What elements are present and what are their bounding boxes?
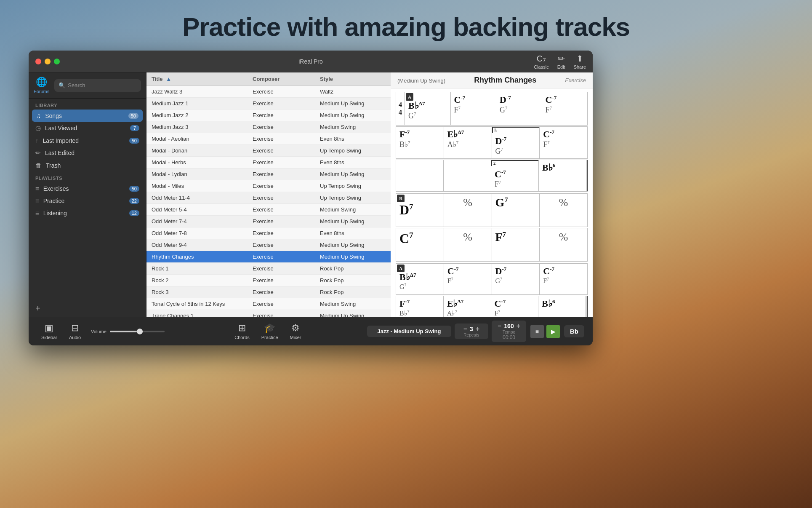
song-row[interactable]: Medium Jazz 3 Exercise Medium Swing — [146, 121, 391, 133]
tempo-control: − 160 + Tempo 00:00 — [492, 321, 526, 342]
close-button[interactable] — [35, 59, 41, 64]
title-column-header[interactable]: Title ▲ — [146, 74, 248, 84]
song-row[interactable]: Rhythm Changes Exercise Medium Up Swing — [146, 251, 391, 263]
repeats-plus[interactable]: + — [475, 325, 480, 333]
song-row[interactable]: Medium Jazz 2 Exercise Medium Up Swing — [146, 110, 391, 121]
chord-cell-a2-dm7g7: D-7 G7 — [492, 264, 540, 294]
audio-button[interactable]: ⊟ Audio — [63, 323, 87, 340]
chord-f7-b: F7 — [495, 231, 536, 244]
forums-button[interactable]: 🌐 Forums — [34, 77, 49, 94]
song-row[interactable]: Rock 3 Exercise Rock Pop — [146, 286, 391, 298]
audio-label: Audio — [69, 335, 81, 340]
edit-button[interactable]: ✏ Edit — [557, 53, 565, 70]
song-composer-cell: Exercise — [248, 110, 315, 120]
chord-a2-dm7: D-7 — [495, 266, 536, 277]
chord-cell-bmaj7: A B♭Δ7 G7 — [405, 92, 451, 125]
maximize-button[interactable] — [54, 59, 60, 64]
chord-cell-cm7f7-2: C-7 F7 — [542, 92, 588, 125]
last-viewed-badge: 7 — [130, 125, 139, 131]
chord-f7-2nd: F7 — [495, 179, 535, 189]
song-row[interactable]: Trane Changes 1 Exercise Medium Up Swing — [146, 310, 391, 317]
song-row[interactable]: Odd Meter 11-4 Exercise Up Tempo Swing — [146, 192, 391, 204]
playlists-label: PLAYLISTS — [29, 171, 146, 182]
sort-arrow: ▲ — [166, 76, 171, 82]
practice-badge: 22 — [129, 198, 139, 204]
sidebar-item-exercises[interactable]: ≡ Exercises 50 — [29, 182, 146, 195]
sidebar-item-last-edited[interactable]: ✏ Last Edited — [29, 147, 146, 159]
listening-label: Listening — [43, 210, 67, 217]
sidebar-item-trash-label: Trash — [46, 162, 61, 169]
chords-label: Chords — [234, 335, 249, 340]
volume-slider[interactable] — [110, 331, 165, 332]
song-row[interactable]: Modal - Dorian Exercise Up Tempo Swing — [146, 145, 391, 157]
tempo-minus[interactable]: − — [497, 322, 502, 330]
style-column-header[interactable]: Style — [315, 74, 391, 84]
chords-button[interactable]: ⊞ Chords — [229, 323, 255, 340]
song-row[interactable]: Rock 1 Exercise Rock Pop — [146, 263, 391, 275]
song-composer-cell: Exercise — [248, 122, 315, 132]
chord-ebmaj7: E♭Δ7 — [447, 129, 488, 140]
library-label: LIBRARY — [29, 99, 146, 110]
tempo-plus[interactable]: + — [516, 322, 521, 330]
font-label: Classic — [534, 64, 548, 70]
song-row[interactable]: Odd Meter 7-4 Exercise Medium Up Swing — [146, 216, 391, 227]
slash-2: % — [543, 196, 584, 209]
traffic-lights — [35, 59, 60, 64]
song-style-cell: Medium Up Swing — [315, 311, 391, 317]
song-row[interactable]: Odd Meter 9-4 Exercise Medium Up Swing — [146, 239, 391, 251]
song-row[interactable]: Modal - Miles Exercise Up Tempo Swing — [146, 180, 391, 192]
chord-bb7: B♭7 — [399, 140, 440, 149]
sheet-subtitle: (Medium Up Swing) — [397, 78, 445, 84]
song-style-cell: Medium Up Swing — [315, 240, 391, 250]
sidebar-item-last-edited-label: Last Edited — [45, 150, 75, 156]
chord-ab7: A♭7 — [447, 140, 488, 149]
share-button[interactable]: ⬆ Share — [574, 53, 586, 70]
song-title-cell: Modal - Dorian — [146, 146, 248, 155]
composer-column-header[interactable]: Composer — [248, 74, 315, 84]
mixer-button[interactable]: ⚙ Mixer — [284, 323, 307, 340]
sidebar-item-last-viewed[interactable]: ◷ Last Viewed 7 — [29, 122, 146, 134]
repeats-minus[interactable]: − — [463, 325, 468, 333]
song-composer-cell: Exercise — [248, 287, 315, 297]
song-row[interactable]: Rock 2 Exercise Rock Pop — [146, 275, 391, 286]
song-composer-cell: Exercise — [248, 217, 315, 226]
chord-display: B♭Δ7 — [408, 101, 447, 111]
song-title-cell: Tonal Cycle of 5ths in 12 Keys — [146, 299, 248, 309]
font-button[interactable]: C₇ Classic — [534, 53, 548, 70]
chord-a2-bb7: B♭7 — [399, 309, 440, 317]
song-row[interactable]: Odd Meter 7-8 Exercise Even 8ths — [146, 227, 391, 239]
song-row[interactable]: Jazz Waltz 3 Exercise Waltz — [146, 86, 391, 98]
sidebar-item-songs[interactable]: ♫ Songs 50 — [32, 110, 143, 122]
stop-button[interactable]: ■ — [530, 325, 544, 338]
volume-thumb[interactable] — [137, 329, 143, 334]
chord-a2-g7-2: G7 — [495, 277, 536, 285]
chord-cell-a2-ebmaj7: E♭Δ7 A♭7 — [444, 296, 491, 317]
slash-3: % — [447, 231, 488, 243]
style-selector[interactable]: Jazz - Medium Up Swing — [367, 326, 451, 337]
time-sig: 4 4 — [399, 101, 402, 116]
practice-button[interactable]: 🎓 Practice — [256, 323, 284, 340]
song-title-cell: Rock 3 — [146, 287, 248, 297]
song-row[interactable]: Modal - Herbs Exercise Even 8ths — [146, 157, 391, 168]
search-box[interactable]: 🔍 Search — [54, 79, 141, 92]
song-row[interactable]: Medium Jazz 1 Exercise Medium Up Swing — [146, 98, 391, 110]
key-selector[interactable]: Bb — [564, 325, 584, 337]
song-composer-cell: Exercise — [248, 134, 315, 144]
sidebar-item-trash[interactable]: 🗑 Trash — [29, 159, 146, 171]
song-row[interactable]: Odd Meter 5-4 Exercise Medium Swing — [146, 204, 391, 216]
play-button[interactable]: ▶ — [546, 325, 560, 338]
sidebar-item-listening[interactable]: ≡ Listening 12 — [29, 207, 146, 219]
music-row-a2-2: F-7 B♭7 E♭Δ7 A♭7 C-7 F7 B♭6 — [396, 296, 588, 317]
sidebar-item-last-imported[interactable]: ↑ Last Imported 50 — [29, 134, 146, 147]
chord-a2-fm7: F-7 — [399, 299, 440, 309]
song-row[interactable]: Modal - Lydian Exercise Medium Up Swing — [146, 168, 391, 180]
exercises-badge: 50 — [129, 186, 139, 192]
sidebar-item-practice[interactable]: ≡ Practice 22 — [29, 195, 146, 207]
song-row[interactable]: Modal - Aeolian Exercise Even 8ths — [146, 133, 391, 145]
song-style-cell: Even 8ths — [315, 228, 391, 238]
song-title-cell: Odd Meter 5-4 — [146, 205, 248, 214]
minimize-button[interactable] — [45, 59, 51, 64]
song-row[interactable]: Tonal Cycle of 5ths in 12 Keys Exercise … — [146, 298, 391, 310]
sidebar-toggle-button[interactable]: ▣ Sidebar — [35, 323, 63, 340]
add-button[interactable]: + — [35, 304, 139, 313]
